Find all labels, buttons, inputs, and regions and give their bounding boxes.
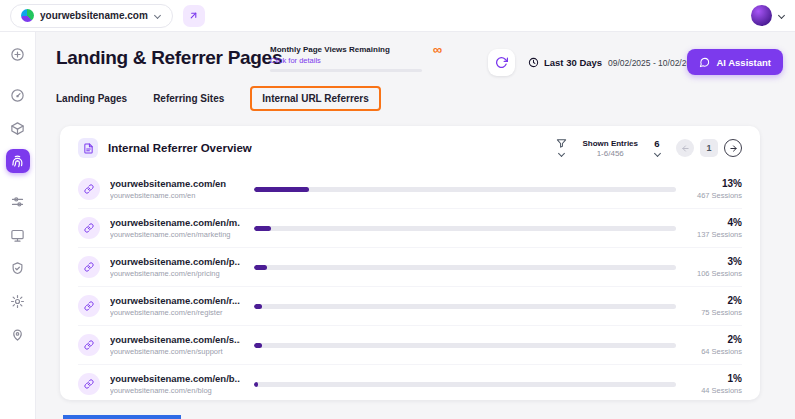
arrow-right-icon: [729, 144, 738, 153]
sessions-count: 64 Sessions: [690, 347, 742, 356]
map-pin-icon: [10, 327, 25, 342]
user-menu[interactable]: [751, 5, 785, 26]
card-title: Internal Referrer Overview: [108, 142, 252, 154]
box-icon: [10, 121, 25, 136]
shown-entries: Shown Entries 1-6/456: [582, 139, 638, 158]
table-row[interactable]: yourwebsitename.com/en/m... yourwebsiten…: [78, 208, 742, 247]
card-header: Internal Referrer Overview Shown Entries…: [60, 126, 760, 170]
referrer-url-full: yourwebsitename.com/en/blog: [110, 386, 240, 395]
sessions-count: 106 Sessions: [690, 269, 742, 278]
sidebar-item-gear[interactable]: [6, 289, 30, 313]
page-size-value: 6: [654, 138, 659, 149]
sessions-count: 44 Sessions: [690, 386, 742, 395]
topbar: yourwebsitename.com: [0, 0, 795, 32]
sessions-bar: [254, 226, 676, 231]
shown-entries-label: Shown Entries: [582, 139, 638, 148]
percent-value: 4%: [690, 217, 742, 228]
sessions-count: 75 Sessions: [690, 308, 742, 317]
tab-landing-pages[interactable]: Landing Pages: [56, 87, 127, 110]
gear-icon: [10, 294, 25, 309]
percent-value: 2%: [690, 295, 742, 306]
referrer-url: yourwebsitename.com/en/b...: [110, 373, 240, 384]
open-external-button[interactable]: [183, 5, 205, 27]
ai-assistant-button[interactable]: AI Assistant: [687, 49, 783, 75]
sessions-count: 467 Sessions: [690, 191, 742, 200]
referrer-url-full: yourwebsitename.com/en/pricing: [110, 269, 240, 278]
sidebar-nav: [0, 32, 36, 419]
refresh-icon: [495, 56, 508, 69]
sessions-bar: [254, 382, 676, 387]
chevron-down-icon: [558, 150, 566, 158]
avatar[interactable]: [751, 5, 772, 26]
sidebar-item-fingerprint[interactable]: [6, 149, 30, 173]
sidebar-item-shield[interactable]: [6, 256, 30, 280]
referrer-rows: yourwebsitename.com/en yourwebsitename.c…: [60, 170, 760, 403]
sidebar-item-map-pin[interactable]: [6, 322, 30, 346]
table-row[interactable]: yourwebsitename.com/en/p... yourwebsiten…: [78, 247, 742, 286]
referrer-url-full: yourwebsitename.com/en/support: [110, 347, 240, 356]
filter-button[interactable]: [556, 138, 567, 158]
percent-value: 2%: [690, 334, 742, 345]
page-title: Landing & Referrer Pages: [56, 47, 282, 69]
sessions-bar-fill: [254, 226, 271, 231]
sessions-bar: [254, 265, 676, 270]
chevron-down-icon: [653, 150, 661, 158]
clock-icon: [528, 57, 539, 68]
period-selector[interactable]: Last 30 Days: [528, 57, 602, 68]
percent-value: 3%: [690, 256, 742, 267]
plus-circle-icon: [10, 47, 25, 62]
table-row[interactable]: yourwebsitename.com/en/b... yourwebsiten…: [78, 364, 742, 403]
current-page[interactable]: 1: [700, 139, 718, 157]
table-row[interactable]: yourwebsitename.com/en/r... yourwebsiten…: [78, 286, 742, 325]
refresh-button[interactable]: [488, 49, 515, 76]
shown-entries-value: 1-6/456: [582, 149, 638, 158]
link-icon: [78, 178, 100, 200]
referrer-url: yourwebsitename.com/en/p...: [110, 256, 240, 267]
sidebar-item-box[interactable]: [6, 116, 30, 140]
referrer-url: yourwebsitename.com/en/m...: [110, 217, 240, 228]
site-selector[interactable]: yourwebsitename.com: [10, 4, 173, 28]
sidebar-item-plus-circle[interactable]: [6, 42, 30, 66]
link-icon: [78, 256, 100, 278]
sessions-bar-fill: [254, 304, 262, 309]
sessions-count: 137 Sessions: [690, 230, 742, 239]
funnel-icon: [556, 138, 567, 149]
link-icon: [78, 295, 100, 317]
sidebar-item-sliders[interactable]: [6, 190, 30, 214]
sessions-bar-fill: [254, 382, 258, 387]
app-window: yourwebsitename.com Landing & Referrer P…: [0, 0, 795, 419]
sessions-bar-fill: [254, 265, 267, 270]
site-logo-icon: [21, 9, 34, 22]
report-icon: [78, 138, 98, 158]
main-content: Landing & Referrer Pages Monthly Page Vi…: [36, 32, 795, 419]
chevron-down-icon: [154, 12, 162, 20]
sidebar-item-monitor[interactable]: [6, 223, 30, 247]
prev-page-button[interactable]: [676, 139, 694, 157]
monthly-views-widget: Monthly Page Views Remaining ∞ Click for…: [270, 45, 442, 72]
table-row[interactable]: yourwebsitename.com/en yourwebsitename.c…: [78, 170, 742, 208]
monthly-views-label: Monthly Page Views Remaining: [270, 45, 390, 54]
shield-icon: [10, 261, 25, 276]
referrer-url: yourwebsitename.com/en/r...: [110, 295, 240, 306]
click-for-details-link[interactable]: Click for details: [270, 56, 442, 65]
link-icon: [78, 373, 100, 395]
tab-referring-sites[interactable]: Referring Sites: [153, 87, 224, 110]
chat-icon: [699, 57, 710, 68]
page-size-select[interactable]: 6: [653, 138, 661, 158]
bottom-strip: [63, 415, 181, 419]
ai-assistant-label: AI Assistant: [716, 57, 771, 68]
fingerprint-icon: [10, 154, 25, 169]
referrer-url-full: yourwebsitename.com/en/register: [110, 308, 240, 317]
link-icon: [78, 334, 100, 356]
referrer-url-full: yourwebsitename.com/en/marketing: [110, 230, 240, 239]
arrow-up-right-icon: [188, 10, 199, 21]
next-page-button[interactable]: [724, 139, 742, 157]
tab-internal-url-referrers[interactable]: Internal URL Referrers: [250, 86, 381, 111]
arrow-left-icon: [681, 144, 690, 153]
table-row[interactable]: yourwebsitename.com/en/s... yourwebsiten…: [78, 325, 742, 364]
sessions-bar-fill: [254, 343, 262, 348]
sidebar-item-gauge[interactable]: [6, 83, 30, 107]
percent-value: 1%: [690, 373, 742, 384]
period-label: Last 30 Days: [544, 57, 602, 68]
sessions-bar-fill: [254, 187, 309, 192]
